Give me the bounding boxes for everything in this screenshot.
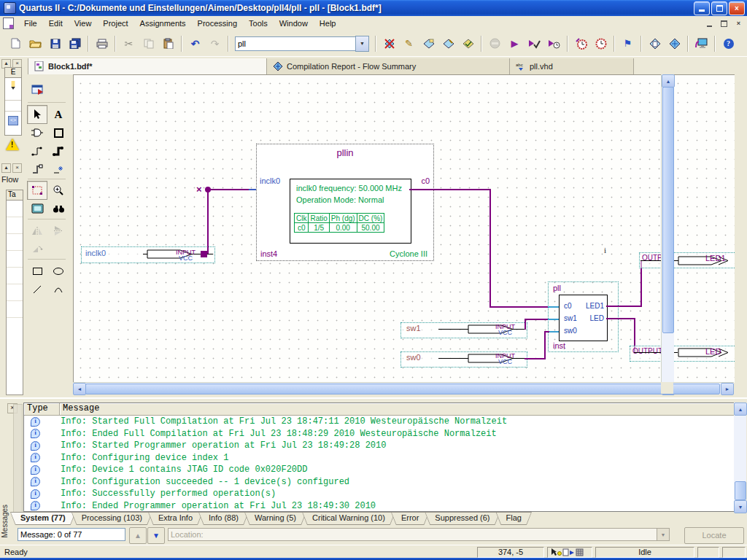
pin-name-sw1[interactable]: sw1 [406,324,421,332]
timing-analyzer-button[interactable] [459,35,477,52]
text-tool-button[interactable]: A [48,105,69,124]
save-project-button[interactable] [66,35,84,52]
mdi-restore-button[interactable] [718,18,730,28]
wire-led1-horizontal[interactable] [606,306,641,307]
tab-error[interactable]: Error [391,512,429,525]
previous-message-button[interactable]: ▲ [129,527,147,544]
undo-button[interactable]: ↶ [186,35,204,52]
panel-close-button[interactable]: × [12,163,22,173]
flip-vertical-button[interactable] [48,221,69,240]
scroll-right-button[interactable]: ► [721,383,734,395]
conduit-tool-button[interactable] [27,160,47,179]
tab-system[interactable]: System (77) [10,512,76,525]
messages-vertical-scrollbar[interactable]: ▲ ▼ [734,402,746,512]
classic-timing-clock-button[interactable] [592,35,610,52]
settings-dialog-button[interactable] [419,35,438,52]
pin-name-inclk0[interactable]: inclk0 [85,249,106,257]
rotate-button[interactable] [27,239,47,258]
message-row[interactable]: iInfo: Successfully performed operation(… [24,488,734,500]
tab-extra-info[interactable]: Extra Info [148,512,203,525]
scroll-up-button[interactable]: ▲ [662,74,675,88]
compiler-tool-button[interactable] [380,35,398,52]
fullscreen-button[interactable] [27,199,47,218]
message-row[interactable]: iInfo: Configuration succeeded -- 1 devi… [24,476,734,489]
partial-line-tool-button[interactable] [48,160,69,179]
panel-collapse-button[interactable]: ▴ [1,163,11,173]
menu-processing[interactable]: Processing [192,18,243,29]
scroll-up-button[interactable]: ▲ [734,402,747,416]
messages-left-scrollbar[interactable] [13,404,23,513]
help-button[interactable]: ? [719,35,738,52]
detach-window-button[interactable] [28,80,48,99]
start-compilation-button[interactable]: ▶ [506,35,524,52]
line-tool-button[interactable] [27,280,47,299]
message-row[interactable]: iInfo: Ended Programmer operation at Fri… [24,500,734,513]
technology-map-viewer-button[interactable] [665,35,684,52]
tab-warning[interactable]: Warning (5) [244,512,306,525]
block-tool-button[interactable] [48,123,69,142]
scroll-left-button[interactable]: ◄ [73,383,86,395]
vertical-scroll-thumb[interactable] [662,87,674,333]
menu-project[interactable]: Project [97,18,133,29]
wire-inclk0-horizontal[interactable] [209,189,250,190]
canvas-vertical-scrollbar[interactable]: ▲ ▼ [661,74,674,394]
entity-combo-input[interactable] [235,36,355,51]
cut-button[interactable]: ✂ [120,35,138,52]
selection-tool-button[interactable] [27,105,47,124]
location-dropdown[interactable]: ▼ [657,528,670,541]
save-button[interactable] [46,35,64,52]
rectangle-tool-button[interactable] [27,262,47,281]
wire-sw1-horizontal[interactable] [525,319,548,320]
tab-critical-warning[interactable]: Critical Warning (10) [302,512,395,525]
symbol-tool-button[interactable] [27,123,47,142]
tab-processing[interactable]: Processing (103) [71,512,152,525]
schematic-canvas[interactable]: inclk0 INPUT VCC × pllin inclk0 c0 inclk… [73,74,735,383]
message-counter[interactable] [18,528,125,541]
zoom-tool-button[interactable] [48,181,69,200]
stop-button[interactable] [486,35,504,52]
programmer-button[interactable] [692,35,711,52]
node-tool-button[interactable] [27,141,47,160]
wire-sw0-vertical[interactable] [544,331,546,359]
assignment-editor-button[interactable]: ✎ [400,35,418,52]
start-analysis-button[interactable] [525,35,543,52]
messages-scroll-thumb[interactable] [735,481,746,500]
wire-sw0-to-pll[interactable] [544,331,549,332]
tab-pll-vhd[interactable]: abc pll.vhd [510,58,634,74]
simulator-button[interactable]: ⚑ [619,35,637,52]
pin-name-led[interactable]: LED [705,347,721,356]
location-input[interactable] [168,528,657,541]
tab-compilation-report[interactable]: Compilation Report - Flow Summary [267,58,510,74]
message-row[interactable]: iInfo: Configuring device index 1 [24,452,734,464]
wire-sw1-vertical[interactable] [525,319,526,330]
wire-c0-out[interactable] [409,189,490,190]
rubberband-tool-button[interactable] [27,181,47,200]
start-timing-button[interactable] [545,35,563,52]
wire-inclk0-vertical[interactable] [207,190,209,254]
print-button[interactable] [93,35,111,52]
menu-help[interactable]: Help [314,18,342,29]
copy-button[interactable] [139,35,158,52]
paste-button[interactable] [159,35,177,52]
menu-view[interactable]: View [69,18,98,29]
restore-button[interactable] [711,1,727,15]
message-row[interactable]: iInfo: Device 1 contains JTAG ID code 0x… [24,464,734,476]
tab-info[interactable]: Info (88) [198,512,249,525]
locate-button[interactable]: Locate [684,527,744,544]
canvas-horizontal-scrollbar[interactable]: ◄ ► [73,382,734,394]
message-row[interactable]: iInfo: Started Full Compilation at Fri J… [24,416,734,428]
tasks-panel-collapsed[interactable]: Ta [6,190,23,395]
ellipse-tool-button[interactable] [48,262,69,281]
new-file-button[interactable] [7,35,25,52]
pllin-block[interactable]: pllin inclk0 c0 inclk0 frequency: 50.000… [256,144,434,261]
menu-window[interactable]: Window [274,18,314,29]
menu-tools[interactable]: Tools [243,18,274,29]
timequest-clock-button[interactable] [572,35,590,52]
wire-led-horizontal[interactable] [606,318,635,319]
mdi-minimize-button[interactable] [703,18,716,28]
tab-block1-bdf[interactable]: Block1.bdf* [28,58,267,74]
column-header-message[interactable]: Message [60,403,734,415]
horizontal-scroll-icon[interactable]: <> [8,116,18,125]
rtl-viewer-button[interactable] [646,35,664,52]
horizontal-scroll-thumb[interactable] [85,384,720,394]
